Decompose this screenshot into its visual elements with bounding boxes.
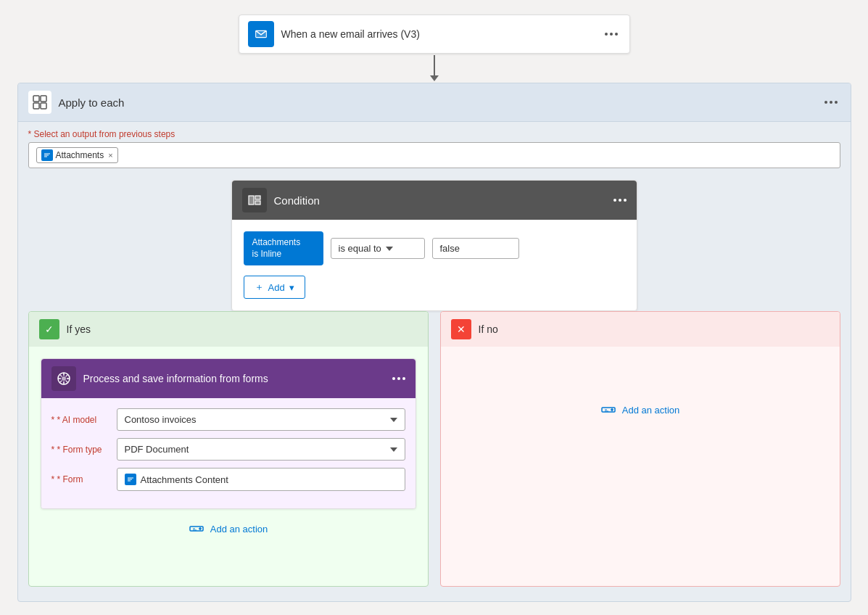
if-no-add-action-label: Add an action (622, 405, 680, 416)
attachments-field[interactable]: Attachments × (28, 142, 840, 168)
if-no-header: ✕ If no (441, 312, 840, 347)
apply-each-more-button[interactable] (822, 99, 840, 105)
condition-header: Condition (232, 181, 637, 220)
if-yes-add-action-icon (189, 521, 204, 537)
apply-each-body: Condition Attachments is Inline is equal… (18, 180, 851, 587)
svg-rect-3 (41, 96, 46, 102)
form-label: * * Form (51, 474, 109, 484)
ai-model-row: * * AI model Contoso invoices (51, 408, 405, 431)
condition-more-button[interactable] (613, 199, 627, 202)
form-type-row: * * Form type PDF Document (51, 438, 405, 461)
svg-rect-2 (33, 96, 39, 102)
form-type-value: PDF Document (125, 444, 189, 455)
if-no-icon: ✕ (451, 319, 471, 339)
form-type-chevron-icon (390, 447, 397, 452)
process-more-button[interactable] (392, 377, 405, 380)
ai-model-dropdown[interactable]: Contoso invoices (117, 408, 405, 431)
if-no-label: If no (479, 323, 498, 335)
form-row: * * Form Attachments Content (51, 468, 405, 491)
svg-rect-5 (41, 103, 46, 109)
trigger-more-button[interactable] (602, 31, 621, 37)
condition-body: Attachments is Inline is equal to false … (232, 220, 637, 310)
ai-model-value: Contoso invoices (125, 414, 197, 425)
process-title: Process and save information from forms (83, 373, 385, 384)
process-header: Process and save information from forms (41, 359, 416, 398)
condition-value-input[interactable]: false (432, 238, 519, 259)
if-yes-add-action-label: Add an action (210, 524, 268, 534)
condition-operator-dropdown[interactable]: is equal to (331, 238, 425, 259)
if-yes-add-action-link[interactable]: Add an action (29, 521, 428, 537)
if-no-body: Add an action (441, 347, 840, 467)
process-body: * * AI model Contoso invoices * * Form t… (41, 398, 416, 508)
form-type-dropdown[interactable]: PDF Document (117, 438, 405, 461)
trigger-block: When a new email arrives (V3) (239, 15, 630, 54)
apply-each-title: Apply to each (59, 96, 814, 109)
condition-block: Condition Attachments is Inline is equal… (231, 180, 637, 311)
apply-to-each-container: Apply to each * Select an output from pr… (17, 83, 851, 602)
form-value: Attachments Content (141, 474, 228, 485)
condition-pill: Attachments is Inline (244, 231, 323, 265)
select-output-label: * Select an output from previous steps (18, 122, 851, 142)
connector-arrow (430, 54, 439, 83)
if-no-add-action-link[interactable]: Add an action (600, 402, 680, 418)
attachments-tag: Attachments × (36, 147, 118, 163)
if-no-section: ✕ If no Add an act (440, 311, 840, 587)
operator-chevron-icon (386, 247, 393, 251)
attachments-tag-close[interactable]: × (108, 151, 112, 160)
condition-add-button[interactable]: ＋ Add ▾ (244, 276, 305, 299)
condition-icon (242, 188, 267, 212)
if-yes-icon: ✓ (39, 319, 59, 339)
if-sections: ✓ If yes (28, 311, 840, 587)
if-no-add-action-icon (600, 402, 616, 418)
ai-model-label: * * AI model (51, 415, 109, 425)
add-chevron-icon: ▾ (289, 282, 294, 293)
form-input[interactable]: Attachments Content (117, 468, 405, 491)
trigger-title: When a new email arrives (V3) (281, 28, 595, 40)
condition-row: Attachments is Inline is equal to false (244, 231, 625, 265)
attachments-tag-icon (41, 149, 53, 161)
trigger-icon (248, 21, 274, 47)
if-yes-section: ✓ If yes (28, 311, 429, 587)
svg-rect-4 (33, 103, 39, 109)
if-yes-header: ✓ If yes (29, 312, 428, 347)
plus-icon: ＋ (255, 281, 264, 294)
apply-each-icon (28, 91, 51, 114)
form-input-icon (125, 474, 136, 485)
attachments-tag-label: Attachments (56, 150, 104, 160)
ai-model-chevron-icon (390, 418, 397, 422)
form-type-label: * * Form type (51, 445, 109, 455)
svg-point-11 (62, 376, 66, 381)
process-icon (51, 366, 76, 391)
condition-title: Condition (274, 194, 606, 207)
process-block: Process and save information from forms … (41, 358, 416, 509)
if-yes-label: If yes (67, 323, 91, 335)
apply-each-header: Apply to each (18, 83, 851, 122)
